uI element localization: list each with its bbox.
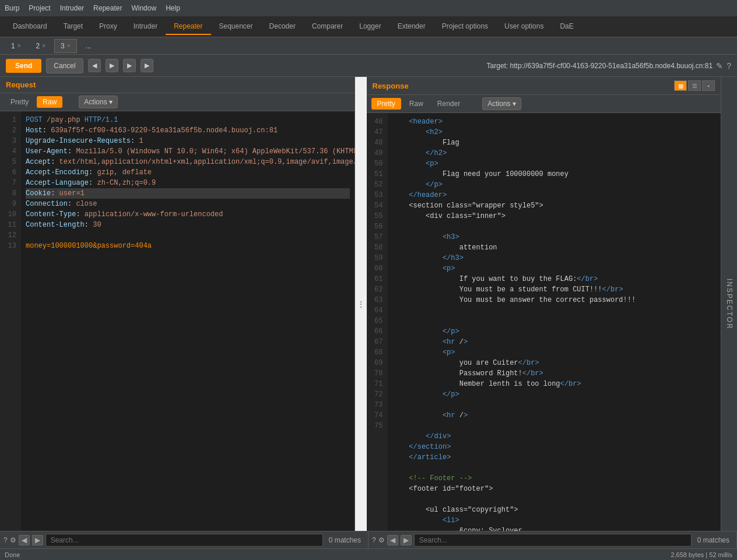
tab-intruder[interactable]: Intruder	[125, 19, 166, 35]
response-match-count: 0 matches	[694, 536, 733, 544]
repeater-tab-more[interactable]: ...	[79, 39, 98, 53]
response-actions-button[interactable]: Actions ▾	[482, 97, 521, 110]
tab-sequencer[interactable]: Sequencer	[211, 19, 261, 35]
response-line-numbers: 4647484950515253545556575859606162636465…	[367, 113, 388, 531]
tab-extender[interactable]: Extender	[389, 19, 434, 35]
tab-user-options[interactable]: User options	[496, 19, 552, 35]
tab-target[interactable]: Target	[55, 19, 91, 35]
response-panel: Response ▦ ☰ ▪ Pretty Raw Render Actions…	[367, 77, 721, 531]
repeater-tab-3[interactable]: 3 ×	[54, 39, 77, 53]
main-content: Request Pretty Raw Actions ▾ 12345678910…	[0, 77, 737, 531]
tab-dashboard[interactable]: Dashboard	[5, 19, 55, 35]
request-panel-header: Request	[0, 77, 355, 93]
target-info: Target: http://639a7f5f-cf00-4163-9220-5…	[487, 61, 731, 71]
request-match-count: 0 matches	[325, 536, 364, 544]
response-tab-n[interactable]	[468, 102, 480, 105]
nav-fwd-button[interactable]: ▶	[123, 59, 136, 72]
request-code-area[interactable]: 12345678910111213 POST /pay.php HTTP/1.1…	[0, 111, 355, 531]
response-toolbar: Pretty Raw Render Actions ▾	[367, 95, 721, 113]
nav-fwd-2-button[interactable]: ▶	[141, 59, 153, 72]
bottom-bar: ? ⚙ ◀ ▶ 0 matches ? ⚙ ◀ ▶ 0 matches	[0, 531, 737, 548]
response-tab-render[interactable]: Render	[431, 98, 466, 110]
response-tab-raw[interactable]: Raw	[403, 98, 429, 110]
main-tabbar: Dashboard Target Proxy Intruder Repeater…	[0, 16, 737, 37]
menu-intruder[interactable]: Intruder	[60, 4, 84, 12]
request-search-settings-icon[interactable]: ⚙	[10, 536, 16, 544]
response-search-next-button[interactable]: ▶	[401, 535, 412, 545]
tab-decoder[interactable]: Decoder	[261, 19, 304, 35]
menu-window[interactable]: Window	[131, 4, 156, 12]
request-line-numbers: 12345678910111213	[0, 111, 21, 531]
request-panel: Request Pretty Raw Actions ▾ 12345678910…	[0, 77, 355, 531]
tab-logger[interactable]: Logger	[351, 19, 389, 35]
request-tab-n[interactable]	[65, 100, 76, 104]
response-search-settings-icon[interactable]: ⚙	[378, 536, 385, 544]
response-search-section: ? ⚙ ◀ ▶ 0 matches	[368, 531, 737, 548]
request-search-help-icon[interactable]: ?	[3, 536, 8, 544]
view-grid-button[interactable]: ▦	[674, 80, 687, 91]
request-tab-raw[interactable]: Raw	[37, 96, 62, 108]
tab-repeater[interactable]: Repeater	[166, 19, 210, 35]
repeater-tab-2[interactable]: 2 ×	[30, 39, 52, 53]
chevron-down-icon: ▾	[513, 100, 516, 108]
request-search-next-button[interactable]: ▶	[32, 535, 43, 545]
status-text: Done	[5, 551, 20, 558]
view-lines-button[interactable]: ☰	[688, 80, 701, 91]
request-search-input[interactable]	[45, 534, 323, 547]
nav-back-button[interactable]: ◀	[88, 59, 101, 72]
chevron-down-icon: ▾	[109, 98, 113, 106]
target-label: Target: http://639a7f5f-cf00-4163-9220-5…	[487, 62, 713, 70]
repeater-tab-1[interactable]: 1 ×	[5, 39, 27, 53]
panel-resize-handle[interactable]: ⋮	[355, 77, 367, 531]
view-minimal-button[interactable]: ▪	[702, 80, 715, 91]
response-search-prev-button[interactable]: ◀	[387, 535, 398, 545]
response-info: 2,658 bytes | 52 millis	[671, 551, 732, 558]
request-code-content[interactable]: POST /pay.php HTTP/1.1Host: 639a7f5f-cf0…	[21, 111, 355, 531]
nav-back-2-button[interactable]: ▶	[106, 59, 118, 72]
request-search-prev-button[interactable]: ◀	[19, 535, 30, 545]
request-search-section: ? ⚙ ◀ ▶ 0 matches	[0, 531, 368, 548]
toolbar: Send Cancel ◀ ▶ ▶ ▶ Target: http://639a7…	[0, 55, 737, 77]
menu-bar: Burp Project Intruder Repeater Window He…	[0, 0, 737, 16]
tab-proxy[interactable]: Proxy	[91, 19, 125, 35]
response-search-input[interactable]	[414, 534, 692, 547]
response-tab-pretty[interactable]: Pretty	[371, 98, 401, 110]
inspector-panel[interactable]: INSPECTOR	[721, 77, 737, 531]
view-mode-buttons: ▦ ☰ ▪	[674, 80, 715, 91]
help-button[interactable]: ?	[727, 61, 731, 71]
menu-help[interactable]: Help	[166, 4, 180, 12]
menu-repeater[interactable]: Repeater	[93, 4, 122, 12]
tab-dae[interactable]: DaE	[552, 19, 581, 35]
response-code-content[interactable]: <header> <h2> Flag </h2> <p> Flag need y…	[388, 113, 721, 531]
menu-project[interactable]: Project	[29, 4, 50, 12]
edit-target-button[interactable]: ✎	[716, 61, 723, 71]
request-toolbar: Pretty Raw Actions ▾	[0, 93, 355, 111]
response-search-help-icon[interactable]: ?	[372, 536, 376, 544]
repeater-tabs: 1 × 2 × 3 × ...	[0, 37, 737, 55]
response-panel-header: Response ▦ ☰ ▪	[367, 77, 721, 95]
menu-burp[interactable]: Burp	[5, 4, 19, 12]
request-tab-pretty[interactable]: Pretty	[5, 96, 34, 108]
status-bar: Done 2,658 bytes | 52 millis	[0, 548, 737, 560]
tab-project-options[interactable]: Project options	[434, 19, 496, 35]
send-button[interactable]: Send	[6, 59, 41, 73]
response-code-area[interactable]: 4647484950515253545556575859606162636465…	[367, 113, 721, 531]
request-actions-button[interactable]: Actions ▾	[79, 96, 117, 108]
tab-comparer[interactable]: Comparer	[304, 19, 351, 35]
cancel-button[interactable]: Cancel	[46, 58, 83, 73]
